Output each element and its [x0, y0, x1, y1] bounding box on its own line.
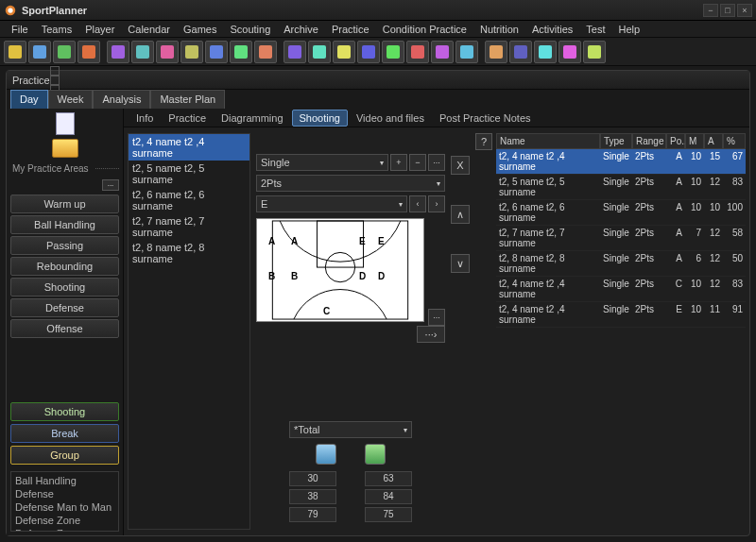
column-header[interactable]: Name — [496, 133, 600, 149]
move-up-button[interactable]: ∧ — [451, 205, 470, 224]
menu-help[interactable]: Help — [613, 23, 646, 36]
table-row[interactable]: t2, 7 name t2, 7 surnameSingle2PtsA71258 — [496, 226, 746, 251]
menu-archive[interactable]: Archive — [278, 23, 324, 36]
table-row[interactable]: t2, 4 name t2 ,4 surnameSingle2PtsC10128… — [496, 277, 746, 302]
court-options-button[interactable]: ··· — [428, 309, 445, 326]
range-select[interactable]: 2Pts▾ — [256, 175, 445, 192]
column-header[interactable]: Type — [600, 133, 632, 149]
area-shooting[interactable]: Shooting — [10, 278, 119, 296]
section-group[interactable]: Group — [10, 446, 119, 465]
toolbar-icon-22[interactable] — [558, 41, 581, 63]
toolbar-icon-6[interactable] — [156, 41, 179, 63]
table-row[interactable]: t2, 4 name t2 ,4 surnameSingle2PtsE10119… — [496, 302, 746, 328]
move-down-button[interactable]: ∨ — [451, 254, 470, 273]
position-prev-button[interactable]: ‹ — [409, 195, 426, 212]
area-rebounding[interactable]: Rebounding — [10, 257, 119, 276]
toolbar-icon-8[interactable] — [205, 41, 228, 63]
type-add-button[interactable]: + — [390, 154, 407, 171]
menu-scouting[interactable]: Scouting — [224, 23, 276, 36]
area-ball-handling[interactable]: Ball Handling — [10, 215, 119, 234]
column-header[interactable]: % — [723, 133, 746, 149]
maximize-button[interactable]: □ — [720, 4, 735, 17]
toolbar-icon-19[interactable] — [485, 41, 507, 63]
delete-button[interactable]: X — [451, 156, 470, 175]
toolbar-icon-1[interactable] — [28, 41, 51, 63]
menu-teams[interactable]: Teams — [36, 23, 77, 36]
help-button[interactable]: ? — [475, 133, 492, 150]
toolbar-icon-17[interactable] — [431, 41, 454, 63]
toolbar-icon-13[interactable] — [333, 41, 355, 63]
column-header[interactable]: A — [704, 133, 723, 149]
category-item[interactable]: Ball Handling — [13, 474, 116, 487]
player-row[interactable]: t2, 7 name t2, 7 surname — [129, 213, 249, 240]
toolbar-icon-21[interactable] — [534, 41, 557, 63]
mode-tab-analysis[interactable]: Analysis — [93, 90, 150, 109]
area-warm-up[interactable]: Warm up — [10, 195, 119, 213]
menu-activities[interactable]: Activities — [526, 23, 578, 36]
type-select[interactable]: Single▾ — [256, 154, 388, 171]
mode-tab-day[interactable]: Day — [10, 90, 48, 109]
toolbar-icon-14[interactable] — [357, 41, 380, 63]
column-header[interactable]: Range — [632, 133, 666, 149]
areas-options-button[interactable]: ··· — [102, 179, 119, 191]
section-break[interactable]: Break — [10, 424, 119, 443]
sub-tab-diagramming[interactable]: Diagramming — [215, 110, 289, 126]
toolbar-icon-18[interactable] — [455, 41, 478, 63]
toolbar-icon-20[interactable] — [509, 41, 532, 63]
player-row[interactable]: t2, 6 name t2, 6 surname — [129, 187, 249, 213]
sub-tab-practice[interactable]: Practice — [162, 110, 213, 126]
player-row[interactable]: t2, 8 name t2, 8 surname — [129, 240, 249, 266]
toolbar-icon-9[interactable] — [230, 41, 252, 63]
sub-tab-shooting[interactable]: Shooting — [292, 110, 348, 127]
menu-games[interactable]: Games — [178, 23, 222, 36]
mode-tab-week[interactable]: Week — [48, 90, 94, 109]
toolbar-icon-7[interactable] — [180, 41, 203, 63]
toolbar-icon-2[interactable] — [53, 41, 76, 63]
menu-condition-practice[interactable]: Condition Practice — [377, 23, 472, 36]
open-folder-icon[interactable] — [52, 139, 78, 158]
toolbar-icon-4[interactable] — [107, 41, 129, 63]
mode-tab-master-plan[interactable]: Master Plan — [150, 90, 225, 109]
toolbar-icon-16[interactable] — [406, 41, 429, 63]
menu-nutrition[interactable]: Nutrition — [474, 23, 524, 36]
toolbar-icon-11[interactable] — [284, 41, 306, 63]
player-row[interactable]: t2, 5 name t2, 5 surname — [129, 161, 249, 187]
position-select[interactable]: E▾ — [256, 195, 407, 212]
section-shooting[interactable]: Shooting — [10, 402, 119, 421]
new-document-icon[interactable] — [56, 112, 75, 135]
toolbar-icon-23[interactable] — [583, 41, 606, 63]
menu-practice[interactable]: Practice — [326, 23, 375, 36]
close-button[interactable]: × — [737, 4, 752, 17]
toolbar-icon-0[interactable] — [4, 41, 26, 63]
column-header[interactable]: Po.. — [666, 133, 685, 149]
category-item[interactable]: Defense Zone — [13, 514, 116, 527]
column-header[interactable]: M — [685, 133, 704, 149]
player-row[interactable]: t2, 4 name t2 ,4 surname — [129, 134, 249, 161]
assign-button[interactable]: ···› — [417, 326, 445, 343]
type-remove-button[interactable]: − — [409, 154, 426, 171]
table-row[interactable]: t2, 5 name t2, 5 surnameSingle2PtsA10128… — [496, 175, 746, 200]
player-list[interactable]: t2, 4 name t2 ,4 surnamet2, 5 name t2, 5… — [128, 133, 250, 530]
toolbar-icon-10[interactable] — [254, 41, 277, 63]
category-item[interactable]: Defense Zone Specific — [13, 527, 116, 532]
category-item[interactable]: Defense Man to Man — [13, 500, 116, 514]
toolbar-icon-15[interactable] — [382, 41, 404, 63]
totals-select[interactable]: *Total▾ — [289, 421, 412, 438]
area-passing[interactable]: Passing — [10, 236, 119, 255]
table-row[interactable]: t2, 6 name t2, 6 surnameSingle2PtsA10101… — [496, 200, 746, 226]
sub-tab-video-and-files[interactable]: Video and files — [350, 110, 431, 126]
menu-file[interactable]: File — [6, 23, 34, 36]
position-next-button[interactable]: › — [428, 195, 445, 212]
toolbar-icon-3[interactable] — [77, 41, 100, 63]
subwin-minimize-button[interactable] — [50, 66, 60, 76]
type-more-button[interactable]: ··· — [428, 154, 445, 171]
table-row[interactable]: t2, 8 name t2, 8 surnameSingle2PtsA61250 — [496, 251, 746, 277]
minimize-button[interactable]: − — [703, 4, 718, 17]
sub-tab-post-practice-notes[interactable]: Post Practice Notes — [433, 110, 538, 126]
shooting-table[interactable]: NameTypeRangePo..MA% t2, 4 name t2 ,4 su… — [496, 133, 746, 328]
sub-tab-info[interactable]: Info — [129, 110, 160, 126]
table-row[interactable]: t2, 4 name t2 ,4 surnameSingle2PtsA10156… — [496, 149, 746, 175]
category-list[interactable]: Ball HandlingDefenseDefense Man to ManDe… — [10, 471, 119, 532]
subwin-maximize-button[interactable] — [50, 76, 60, 85]
menu-calendar[interactable]: Calendar — [122, 23, 176, 36]
